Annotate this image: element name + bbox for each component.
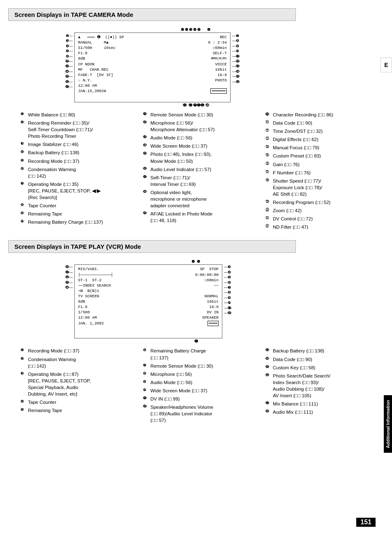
desc-char-recording: ⓴ Character Recording (□□ 86): [265, 111, 384, 118]
vcr-desc-dv-in: ⓫ DV IN (□□ 99): [143, 396, 261, 402]
vcr-desc-condensation: ❷ Condensation Warning(□□ 142): [21, 356, 139, 369]
desc-wide-screen1: ⓮ Wide Screen Mode (□□ 37): [143, 143, 261, 149]
diagram-with-side-labels: ❷— ❸— ❹— ❺— ❻— ⓬— ⓭— ⓮— ⓯— ⓰— ⓱—: [56, 32, 336, 102]
desc-remote-sensor1: ⓫ Remote Sensor Mode (□□ 30): [143, 111, 261, 118]
desc-col-2: ⓫ Remote Sensor Mode (□□ 30) ⓬ Microphon…: [143, 111, 261, 232]
camera-mode-diagram-area: ❶❷❸❹❺ ❻ ❷— ❸— ❹— ❺— ❻— ⓬— ⓭— ⓮— ⓯— ⓰—: [8, 28, 384, 107]
desc-image-stabilizer: ❸ Image Stabilizer (□□ 46): [21, 141, 139, 148]
vcr-desc-col-3: ⓭ Backup Battery (□□ 138) ⓮ Data Code (□…: [265, 347, 384, 425]
desc-manual-focus: ㉔ Manual Focus (□□ 79): [265, 144, 384, 151]
desc-gain: ㉖ Gain (□□ 76): [265, 161, 384, 168]
top-numbers-row: ❶❷❸❹❺ ❻: [56, 28, 336, 32]
desc-optional-video: ⓲ Optional video light,microphone or mic…: [143, 189, 261, 209]
vcr-diagram-with-labels: ⓲— ⓱— ⓰— ⓯— ⓮— MIX/VARI. SP STOP ├──: [56, 264, 336, 338]
desc-remaining-battery1: ❿ Remaining Battery Charge (□□ 137): [21, 219, 139, 225]
vcr-desc-remaining-battery: ❻ Remaining Battery Charge(□□ 137): [143, 347, 261, 361]
vcr-desc-audio-mode: ❾ Audio Mode (□□ 56): [143, 379, 261, 386]
vcr-mode-diagram-area: ❶ ❷ ⓲— ⓱— ⓰— ⓯— ⓮— MIX/VARI.: [8, 259, 384, 343]
desc-recording-reminder: ❷ Recording Reminder (□□ 35)/Self-Timer …: [21, 120, 139, 139]
desc-data-code1: ㉑ Data Code (□□ 90): [265, 120, 384, 126]
desc-white-balance: ❶ White Balance (□□ 80): [21, 111, 139, 118]
desc-custom-preset: ㉕ Custom Preset (□□ 83): [265, 153, 384, 159]
right-labels: —❼ —❽ —❾ —❿ —⓫ —⓬ —⓭ —⓮ —⓯ —⓰: [232, 32, 249, 84]
desc-nd-filter: ㉜ ND Filter (□□ 47): [265, 224, 384, 230]
tape-camera-screen: ▲ ▭▭▭ ❶ ((●)) SP REC MANUAL M▲ 0 : 2:34 …: [74, 32, 231, 102]
vcr-desc-remote-sensor: ❼ Remote Sensor Mode (□□ 30): [143, 363, 261, 369]
desc-audio-level1: ⓰ Audio Level Indicator (□□ 57): [143, 166, 261, 173]
vcr-right-labels: —❸ —❹ —❺ —❻ —❼ —❽ —❾ —❿ —⓫ —⓬: [224, 264, 240, 315]
vcr-left-labels: ⓲— ⓱— ⓰— ⓯— ⓮—: [56, 264, 73, 290]
vcr-bottom-numbers: ⓭: [56, 339, 336, 343]
vcr-desc-audio-mix: ⓲ Audio Mix (□□ 111): [265, 409, 384, 415]
desc-recording-program: ㉙ Recording Program (□□ 52): [265, 199, 384, 206]
desc-remaining-tape1: ❾ Remaining Tape: [21, 211, 139, 217]
desc-zoom: ㉚ Zoom (□□ 42): [265, 207, 384, 214]
desc-recording-mode1: ❺ Recording Mode (□□ 37): [21, 158, 139, 164]
vcr-desc-microphone: ❽ Microphone (□□ 56): [143, 371, 261, 378]
vcr-desc-wide-screen: ❿ Wide Screen Mode (□□ 37): [143, 387, 261, 394]
vcr-desc-col-1: ❶ Recording Mode (□□ 37) ❷ Condensation …: [21, 347, 139, 425]
bottom-numbers-row: ⓲ ⓱ ⓳⓱⓰ ㉑: [56, 103, 336, 107]
vcr-desc-photo-search: ⓰ Photo Search/Date Search/Index Search …: [265, 373, 384, 399]
desc-dv-control: ㉛ DV Control (□□ 72): [265, 215, 384, 222]
vcr-desc-data-code: ⓮ Data Code (□□ 90): [265, 356, 384, 363]
vcr-desc-tape-counter: ❹ Tape Counter: [21, 399, 139, 405]
section-tape-camera: Screen Displays in TAPE CAMERA Mode ❶❷❸❹…: [8, 8, 384, 232]
desc-photo-index: ⓯ Photo (□□ 48), Index (□□ 93),Movie Mod…: [143, 151, 261, 164]
page-container: E Screen Displays in TAPE CAMERA Mode ❶❷…: [0, 0, 392, 535]
section2-header: Screen Displays in TAPE PLAY (VCR) Mode: [8, 240, 296, 253]
desc-self-timer1: ⓱ Self-Timer (□□ 71)/Interval Timer (□□ …: [143, 174, 261, 188]
tape-vcr-screen: MIX/VARI. SP STOP ├─────────────┤ 0:00:0…: [74, 264, 222, 338]
desc-digital-effects: ㉓ Digital Effects (□□ 62): [265, 136, 384, 143]
desc-condensation1: ❻ Condensation Warning(□□ 142): [21, 166, 139, 179]
additional-info-label: Additional Information: [384, 395, 392, 453]
section1-descriptions: ❶ White Balance (□□ 80) ❷ Recording Remi…: [21, 111, 384, 232]
desc-audio-mode1: ⓭ Audio Mode (□□ 56): [143, 134, 261, 141]
section-tab-e: E: [380, 58, 392, 72]
vcr-desc-recording-mode: ❶ Recording Mode (□□ 37): [21, 347, 139, 354]
vcr-desc-col-2: ❻ Remaining Battery Charge(□□ 137) ❼ Rem…: [143, 347, 261, 425]
section1-header: Screen Displays in TAPE CAMERA Mode: [8, 8, 296, 21]
section-tape-play: Screen Displays in TAPE PLAY (VCR) Mode …: [8, 240, 384, 425]
desc-timezone: ㉒ Time Zone/DST (□□ 32): [265, 128, 384, 134]
vcr-desc-remaining-tape: ❺ Remaining Tape: [21, 407, 139, 414]
desc-shutter-speed: ㉘ Shutter Speed (□□ 77)/Exposure Lock (□…: [265, 178, 384, 197]
vcr-desc-speaker: ⓬ Speaker/Headphones Volume(□□ 89)/Audii…: [143, 404, 261, 424]
section2-descriptions: ❶ Recording Mode (□□ 37) ❷ Condensation …: [21, 347, 384, 425]
desc-af-ae-locked: ⓳ AF/AE Locked in Photo Mode(□□ 48, 118): [143, 211, 261, 224]
desc-col-1: ❶ White Balance (□□ 80) ❷ Recording Remi…: [21, 111, 139, 232]
desc-f-number: ㉗ F Number (□□ 76): [265, 169, 384, 176]
vcr-top-numbers: ❶ ❷: [56, 259, 336, 264]
desc-backup-battery1: ❹ Backup Battery (□□ 138): [21, 149, 139, 156]
desc-tape-counter1: ❽ Tape Counter: [21, 202, 139, 209]
desc-operating-mode1: ❼ Operating Mode (□□ 35)[REC, PAUSE, EJE…: [21, 181, 139, 201]
desc-microphone1: ⓬ Microphone (□□ 56)/Microphone Attenuat…: [143, 120, 261, 133]
left-labels: ❷— ❸— ❹— ❺— ❻— ⓬— ⓭— ⓮— ⓯— ⓰— ⓱—: [56, 32, 73, 89]
vcr-desc-operating-mode: ❸ Operating Mode (□□ 87)[REC, PAUSE, EJE…: [21, 371, 139, 397]
desc-col-3: ⓴ Character Recording (□□ 86) ㉑ Data Cod…: [265, 111, 384, 232]
page-number: 151: [356, 518, 376, 527]
vcr-desc-backup-battery: ⓭ Backup Battery (□□ 138): [265, 347, 384, 354]
vcr-desc-custom-key: ⓯ Custom Key (□□ 58): [265, 364, 384, 371]
vcr-desc-mix-balance: ⓱ Mix Balance (□□ 111): [265, 401, 384, 407]
